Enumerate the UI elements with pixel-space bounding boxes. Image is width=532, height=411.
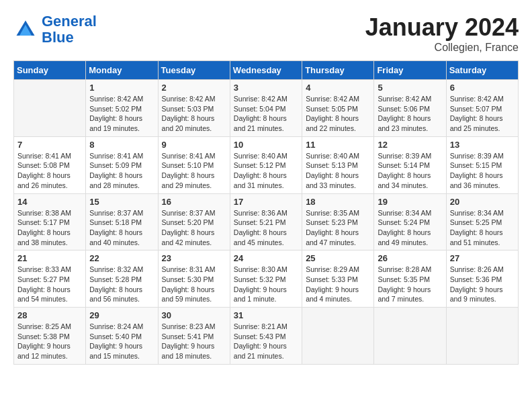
day-info: Sunrise: 8:38 AM Sunset: 5:17 PM Dayligh… [17,208,82,248]
calendar-day-cell: 6Sunrise: 8:42 AM Sunset: 5:07 PM Daylig… [446,80,518,137]
day-info: Sunrise: 8:41 AM Sunset: 5:10 PM Dayligh… [162,151,226,191]
day-number: 29 [89,310,154,320]
page-header: General Blue January 2024 Collegien, Fra… [13,13,519,54]
day-info: Sunrise: 8:42 AM Sunset: 5:02 PM Dayligh… [89,94,154,134]
day-number: 19 [378,197,442,207]
day-number: 17 [234,197,298,207]
day-number: 24 [234,253,298,263]
calendar-day-cell: 19Sunrise: 8:34 AM Sunset: 5:24 PM Dayli… [374,193,446,250]
day-info: Sunrise: 8:30 AM Sunset: 5:32 PM Dayligh… [234,265,298,304]
calendar-day-cell: 2Sunrise: 8:42 AM Sunset: 5:03 PM Daylig… [158,80,230,137]
calendar-day-cell [14,80,86,137]
month-year: January 2024 [365,13,519,42]
day-number: 18 [306,197,370,207]
day-info: Sunrise: 8:21 AM Sunset: 5:43 PM Dayligh… [234,322,298,361]
day-number: 10 [234,140,298,150]
logo: General Blue [13,13,97,46]
day-info: Sunrise: 8:42 AM Sunset: 5:03 PM Dayligh… [162,94,226,134]
day-info: Sunrise: 8:37 AM Sunset: 5:20 PM Dayligh… [162,208,226,248]
calendar-day-cell: 24Sunrise: 8:30 AM Sunset: 5:32 PM Dayli… [230,250,302,308]
day-info: Sunrise: 8:40 AM Sunset: 5:12 PM Dayligh… [234,151,298,191]
day-of-week-header: Saturday [446,61,518,80]
calendar-day-cell: 22Sunrise: 8:32 AM Sunset: 5:28 PM Dayli… [86,250,158,308]
day-number: 4 [306,83,370,93]
day-info: Sunrise: 8:24 AM Sunset: 5:40 PM Dayligh… [89,322,154,361]
logo-line2: Blue [42,29,74,46]
calendar-day-cell: 7Sunrise: 8:41 AM Sunset: 5:08 PM Daylig… [14,136,86,193]
calendar-week-row: 21Sunrise: 8:33 AM Sunset: 5:27 PM Dayli… [14,250,519,308]
calendar-day-cell: 26Sunrise: 8:28 AM Sunset: 5:35 PM Dayli… [374,250,446,308]
day-info: Sunrise: 8:28 AM Sunset: 5:35 PM Dayligh… [378,265,442,304]
calendar-day-cell: 13Sunrise: 8:39 AM Sunset: 5:15 PM Dayli… [446,136,518,193]
day-number: 14 [17,197,82,207]
day-number: 23 [162,253,226,263]
logo-text: General Blue [42,13,97,46]
calendar-day-cell: 5Sunrise: 8:42 AM Sunset: 5:06 PM Daylig… [374,80,446,137]
day-number: 22 [89,253,154,263]
day-info: Sunrise: 8:42 AM Sunset: 5:04 PM Dayligh… [234,94,298,134]
day-info: Sunrise: 8:34 AM Sunset: 5:25 PM Dayligh… [450,208,515,248]
day-number: 30 [162,310,226,320]
day-info: Sunrise: 8:32 AM Sunset: 5:28 PM Dayligh… [89,265,154,304]
day-of-week-header: Sunday [14,61,86,80]
calendar-day-cell [302,308,374,365]
day-number: 13 [450,140,515,150]
day-info: Sunrise: 8:41 AM Sunset: 5:08 PM Dayligh… [17,151,82,191]
calendar-day-cell: 28Sunrise: 8:25 AM Sunset: 5:38 PM Dayli… [14,308,86,365]
day-number: 7 [17,140,82,150]
calendar-day-cell: 23Sunrise: 8:31 AM Sunset: 5:30 PM Dayli… [158,250,230,308]
calendar-day-cell: 12Sunrise: 8:39 AM Sunset: 5:14 PM Dayli… [374,136,446,193]
day-number: 28 [17,310,82,320]
day-of-week-header: Thursday [302,61,374,80]
day-info: Sunrise: 8:34 AM Sunset: 5:24 PM Dayligh… [378,208,442,248]
day-number: 12 [378,140,442,150]
day-info: Sunrise: 8:25 AM Sunset: 5:38 PM Dayligh… [17,322,82,361]
calendar-day-cell: 31Sunrise: 8:21 AM Sunset: 5:43 PM Dayli… [230,308,302,365]
calendar-day-cell: 27Sunrise: 8:26 AM Sunset: 5:36 PM Dayli… [446,250,518,308]
calendar-day-cell: 15Sunrise: 8:37 AM Sunset: 5:18 PM Dayli… [86,193,158,250]
calendar-day-cell: 21Sunrise: 8:33 AM Sunset: 5:27 PM Dayli… [14,250,86,308]
calendar-day-cell: 9Sunrise: 8:41 AM Sunset: 5:10 PM Daylig… [158,136,230,193]
day-info: Sunrise: 8:33 AM Sunset: 5:27 PM Dayligh… [17,265,82,304]
day-number: 27 [450,253,515,263]
calendar-day-cell: 25Sunrise: 8:29 AM Sunset: 5:33 PM Dayli… [302,250,374,308]
day-of-week-header: Friday [374,61,446,80]
day-info: Sunrise: 8:36 AM Sunset: 5:21 PM Dayligh… [234,208,298,248]
day-number: 5 [378,83,442,93]
calendar-week-row: 1Sunrise: 8:42 AM Sunset: 5:02 PM Daylig… [14,80,519,137]
calendar-day-cell: 29Sunrise: 8:24 AM Sunset: 5:40 PM Dayli… [86,308,158,365]
calendar-day-cell: 20Sunrise: 8:34 AM Sunset: 5:25 PM Dayli… [446,193,518,250]
calendar-week-row: 28Sunrise: 8:25 AM Sunset: 5:38 PM Dayli… [14,308,519,365]
day-of-week-header: Tuesday [158,61,230,80]
calendar-day-cell: 1Sunrise: 8:42 AM Sunset: 5:02 PM Daylig… [86,80,158,137]
calendar-day-cell [374,308,446,365]
calendar-day-cell: 3Sunrise: 8:42 AM Sunset: 5:04 PM Daylig… [230,80,302,137]
calendar-header-row: SundayMondayTuesdayWednesdayThursdayFrid… [14,61,519,80]
calendar-day-cell: 16Sunrise: 8:37 AM Sunset: 5:20 PM Dayli… [158,193,230,250]
day-info: Sunrise: 8:26 AM Sunset: 5:36 PM Dayligh… [450,265,515,304]
calendar-day-cell: 14Sunrise: 8:38 AM Sunset: 5:17 PM Dayli… [14,193,86,250]
calendar-day-cell: 11Sunrise: 8:40 AM Sunset: 5:13 PM Dayli… [302,136,374,193]
day-number: 3 [234,83,298,93]
day-number: 2 [162,83,226,93]
day-number: 20 [450,197,515,207]
logo-icon [13,17,38,42]
day-info: Sunrise: 8:39 AM Sunset: 5:15 PM Dayligh… [450,151,515,191]
day-number: 25 [306,253,370,263]
day-info: Sunrise: 8:42 AM Sunset: 5:06 PM Dayligh… [378,94,442,134]
day-info: Sunrise: 8:35 AM Sunset: 5:23 PM Dayligh… [306,208,370,248]
day-info: Sunrise: 8:29 AM Sunset: 5:33 PM Dayligh… [306,265,370,304]
calendar-day-cell: 17Sunrise: 8:36 AM Sunset: 5:21 PM Dayli… [230,193,302,250]
day-of-week-header: Monday [86,61,158,80]
day-number: 8 [89,140,154,150]
calendar-table: SundayMondayTuesdayWednesdayThursdayFrid… [13,60,519,365]
calendar-day-cell: 10Sunrise: 8:40 AM Sunset: 5:12 PM Dayli… [230,136,302,193]
day-info: Sunrise: 8:42 AM Sunset: 5:07 PM Dayligh… [450,94,515,134]
calendar-day-cell [446,308,518,365]
day-number: 31 [234,310,298,320]
day-info: Sunrise: 8:41 AM Sunset: 5:09 PM Dayligh… [89,151,154,191]
day-number: 6 [450,83,515,93]
day-number: 16 [162,197,226,207]
calendar-week-row: 7Sunrise: 8:41 AM Sunset: 5:08 PM Daylig… [14,136,519,193]
calendar-day-cell: 8Sunrise: 8:41 AM Sunset: 5:09 PM Daylig… [86,136,158,193]
